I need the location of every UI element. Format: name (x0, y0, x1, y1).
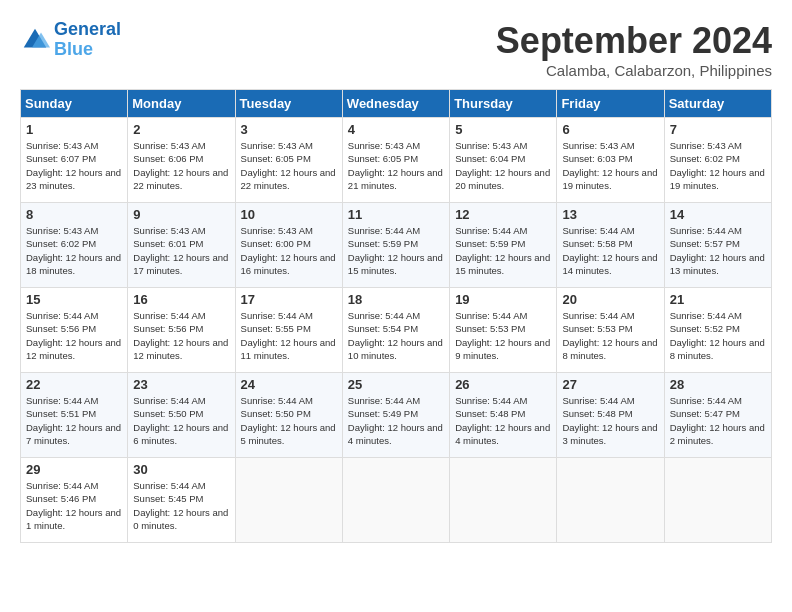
table-row: 27 Sunrise: 5:44 AMSunset: 5:48 PMDaylig… (557, 373, 664, 458)
table-row: 25 Sunrise: 5:44 AMSunset: 5:49 PMDaylig… (342, 373, 449, 458)
table-row (235, 458, 342, 543)
table-row: 24 Sunrise: 5:44 AMSunset: 5:50 PMDaylig… (235, 373, 342, 458)
table-row: 2 Sunrise: 5:43 AMSunset: 6:06 PMDayligh… (128, 118, 235, 203)
table-row (450, 458, 557, 543)
table-row: 18 Sunrise: 5:44 AMSunset: 5:54 PMDaylig… (342, 288, 449, 373)
col-sunday: Sunday (21, 90, 128, 118)
table-row: 17 Sunrise: 5:44 AMSunset: 5:55 PMDaylig… (235, 288, 342, 373)
col-monday: Monday (128, 90, 235, 118)
logo-text: General Blue (54, 20, 121, 60)
table-row: 15 Sunrise: 5:44 AMSunset: 5:56 PMDaylig… (21, 288, 128, 373)
table-row: 21 Sunrise: 5:44 AMSunset: 5:52 PMDaylig… (664, 288, 771, 373)
table-row: 12 Sunrise: 5:44 AMSunset: 5:59 PMDaylig… (450, 203, 557, 288)
location: Calamba, Calabarzon, Philippines (496, 62, 772, 79)
calendar-table: Sunday Monday Tuesday Wednesday Thursday… (20, 89, 772, 543)
col-saturday: Saturday (664, 90, 771, 118)
table-row: 9 Sunrise: 5:43 AMSunset: 6:01 PMDayligh… (128, 203, 235, 288)
table-row: 23 Sunrise: 5:44 AMSunset: 5:50 PMDaylig… (128, 373, 235, 458)
table-row: 11 Sunrise: 5:44 AMSunset: 5:59 PMDaylig… (342, 203, 449, 288)
table-row (557, 458, 664, 543)
table-row: 26 Sunrise: 5:44 AMSunset: 5:48 PMDaylig… (450, 373, 557, 458)
header-row: Sunday Monday Tuesday Wednesday Thursday… (21, 90, 772, 118)
table-row (342, 458, 449, 543)
page-header: General Blue September 2024 Calamba, Cal… (20, 20, 772, 79)
col-friday: Friday (557, 90, 664, 118)
table-row: 7 Sunrise: 5:43 AMSunset: 6:02 PMDayligh… (664, 118, 771, 203)
table-row: 14 Sunrise: 5:44 AMSunset: 5:57 PMDaylig… (664, 203, 771, 288)
table-row: 19 Sunrise: 5:44 AMSunset: 5:53 PMDaylig… (450, 288, 557, 373)
logo-icon (20, 25, 50, 55)
col-tuesday: Tuesday (235, 90, 342, 118)
table-row: 1 Sunrise: 5:43 AMSunset: 6:07 PMDayligh… (21, 118, 128, 203)
title-block: September 2024 Calamba, Calabarzon, Phil… (496, 20, 772, 79)
table-row: 10 Sunrise: 5:43 AMSunset: 6:00 PMDaylig… (235, 203, 342, 288)
col-wednesday: Wednesday (342, 90, 449, 118)
table-row: 29 Sunrise: 5:44 AMSunset: 5:46 PMDaylig… (21, 458, 128, 543)
table-row (664, 458, 771, 543)
table-row: 20 Sunrise: 5:44 AMSunset: 5:53 PMDaylig… (557, 288, 664, 373)
table-row: 8 Sunrise: 5:43 AMSunset: 6:02 PMDayligh… (21, 203, 128, 288)
table-row: 4 Sunrise: 5:43 AMSunset: 6:05 PMDayligh… (342, 118, 449, 203)
col-thursday: Thursday (450, 90, 557, 118)
logo: General Blue (20, 20, 121, 60)
table-row: 3 Sunrise: 5:43 AMSunset: 6:05 PMDayligh… (235, 118, 342, 203)
table-row: 5 Sunrise: 5:43 AMSunset: 6:04 PMDayligh… (450, 118, 557, 203)
month-title: September 2024 (496, 20, 772, 62)
table-row: 28 Sunrise: 5:44 AMSunset: 5:47 PMDaylig… (664, 373, 771, 458)
table-row: 16 Sunrise: 5:44 AMSunset: 5:56 PMDaylig… (128, 288, 235, 373)
table-row: 30 Sunrise: 5:44 AMSunset: 5:45 PMDaylig… (128, 458, 235, 543)
table-row: 6 Sunrise: 5:43 AMSunset: 6:03 PMDayligh… (557, 118, 664, 203)
table-row: 13 Sunrise: 5:44 AMSunset: 5:58 PMDaylig… (557, 203, 664, 288)
table-row: 22 Sunrise: 5:44 AMSunset: 5:51 PMDaylig… (21, 373, 128, 458)
